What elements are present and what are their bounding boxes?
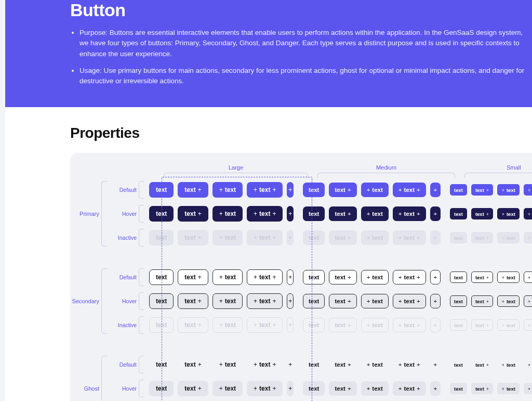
ghost-default-icon-text-button[interactable]: +text <box>212 357 243 372</box>
ghost-hover-text-button[interactable]: text <box>303 381 325 396</box>
primary-hover-text-icon-button[interactable]: text+ <box>329 206 356 221</box>
ghost-default-icon-text-button[interactable]: +text <box>361 357 389 372</box>
ghost-default-text-icon-button[interactable]: text+ <box>329 357 356 372</box>
secondary-hover-icon-text-button[interactable]: +text <box>497 295 519 307</box>
ghost-default-text-button[interactable]: text <box>149 357 174 372</box>
secondary-default-text-icon-button[interactable]: text+ <box>178 269 208 285</box>
ghost-default-text-icon-button[interactable]: text+ <box>471 359 493 370</box>
secondary-default-icon-text-button[interactable]: +text <box>361 270 389 284</box>
primary-inactive-icon-text-button[interactable]: +text <box>212 230 243 245</box>
secondary-inactive-icon-text-button[interactable]: +text <box>361 318 389 332</box>
secondary-inactive-text-icon-button[interactable]: text+ <box>471 319 493 331</box>
ghost-hover-icon-only-button[interactable]: + <box>430 381 441 396</box>
primary-hover-icon-text-icon-button[interactable]: +text+ <box>247 206 283 222</box>
primary-hover-icon-text-button[interactable]: +text <box>361 206 389 221</box>
secondary-default-icon-text-button[interactable]: +text <box>497 271 519 283</box>
secondary-hover-icon-text-icon-button[interactable]: +text+ <box>247 293 283 309</box>
secondary-hover-text-button[interactable]: text <box>450 295 467 307</box>
secondary-hover-icon-only-button[interactable]: + <box>287 293 294 309</box>
secondary-hover-text-icon-button[interactable]: text+ <box>471 295 493 307</box>
primary-inactive-text-button[interactable]: text <box>149 230 174 245</box>
secondary-inactive-icon-text-button[interactable]: +text <box>212 317 243 333</box>
primary-default-text-button[interactable]: text <box>303 183 325 197</box>
ghost-hover-text-icon-button[interactable]: text+ <box>329 381 356 396</box>
primary-hover-icon-text-icon-button[interactable]: +text+ <box>524 208 532 219</box>
primary-default-text-button[interactable]: text <box>450 184 467 196</box>
primary-hover-text-icon-button[interactable]: text+ <box>178 206 208 222</box>
secondary-default-text-icon-button[interactable]: text+ <box>471 271 493 283</box>
secondary-default-text-button[interactable]: text <box>149 269 174 285</box>
primary-default-text-button[interactable]: text <box>149 182 174 198</box>
secondary-default-text-button[interactable]: text <box>303 270 325 284</box>
ghost-default-text-icon-button[interactable]: text+ <box>178 357 208 372</box>
ghost-hover-text-button[interactable]: text <box>450 383 467 394</box>
primary-inactive-text-icon-button[interactable]: text+ <box>178 230 208 245</box>
ghost-hover-icon-text-button[interactable]: +text <box>361 381 389 396</box>
secondary-inactive-text-icon-button[interactable]: text+ <box>178 317 208 333</box>
primary-default-icon-text-icon-button[interactable]: +text+ <box>247 182 283 198</box>
ghost-default-icon-text-icon-button[interactable]: +text+ <box>247 357 283 372</box>
primary-default-icon-only-button[interactable]: + <box>430 183 441 197</box>
ghost-default-icon-text-icon-button[interactable]: +text+ <box>524 359 532 370</box>
primary-inactive-text-button[interactable]: text <box>303 230 325 245</box>
secondary-inactive-text-icon-button[interactable]: text+ <box>329 318 356 332</box>
primary-default-icon-text-button[interactable]: +text <box>361 183 389 197</box>
primary-hover-text-button[interactable]: text <box>149 206 174 222</box>
ghost-hover-text-icon-button[interactable]: text+ <box>471 383 493 394</box>
ghost-default-icon-text-icon-button[interactable]: +text+ <box>393 357 426 372</box>
primary-hover-icon-only-button[interactable]: + <box>287 206 294 222</box>
ghost-default-icon-only-button[interactable]: + <box>430 357 441 372</box>
primary-default-icon-text-button[interactable]: +text <box>497 184 519 196</box>
ghost-default-icon-only-button[interactable]: + <box>287 357 294 372</box>
primary-default-icon-text-icon-button[interactable]: +text+ <box>524 184 532 196</box>
ghost-default-icon-text-button[interactable]: +text <box>497 359 519 370</box>
ghost-hover-icon-text-button[interactable]: +text <box>497 383 519 394</box>
primary-inactive-icon-text-button[interactable]: +text <box>497 232 519 243</box>
primary-hover-icon-only-button[interactable]: + <box>430 206 441 221</box>
primary-inactive-icon-text-button[interactable]: +text <box>361 230 389 245</box>
secondary-default-text-button[interactable]: text <box>450 271 467 283</box>
secondary-default-icon-text-icon-button[interactable]: +text+ <box>393 270 426 284</box>
ghost-default-text-button[interactable]: text <box>450 359 467 370</box>
ghost-hover-icon-text-icon-button[interactable]: +text+ <box>247 381 283 396</box>
ghost-hover-icon-only-button[interactable]: + <box>287 381 294 396</box>
secondary-default-icon-text-icon-button[interactable]: +text+ <box>524 271 532 283</box>
secondary-inactive-icon-only-button[interactable]: + <box>287 317 294 333</box>
secondary-default-text-icon-button[interactable]: text+ <box>329 270 356 284</box>
primary-inactive-text-icon-button[interactable]: text+ <box>329 230 356 245</box>
secondary-inactive-icon-text-button[interactable]: +text <box>497 319 519 331</box>
primary-inactive-text-button[interactable]: text <box>450 232 467 243</box>
primary-hover-text-button[interactable]: text <box>303 206 325 221</box>
primary-inactive-icon-only-button[interactable]: + <box>430 230 441 245</box>
secondary-hover-text-icon-button[interactable]: text+ <box>178 293 208 309</box>
secondary-hover-text-icon-button[interactable]: text+ <box>329 294 356 308</box>
primary-hover-icon-text-button[interactable]: +text <box>497 208 519 219</box>
secondary-hover-icon-text-icon-button[interactable]: +text+ <box>524 295 532 307</box>
ghost-default-text-button[interactable]: text <box>303 357 325 372</box>
secondary-hover-icon-text-icon-button[interactable]: +text+ <box>393 294 426 308</box>
secondary-hover-icon-only-button[interactable]: + <box>430 294 441 308</box>
primary-default-icon-text-button[interactable]: +text <box>212 182 243 198</box>
primary-default-icon-only-button[interactable]: + <box>287 182 294 198</box>
secondary-hover-icon-text-button[interactable]: +text <box>212 293 243 309</box>
primary-hover-icon-text-button[interactable]: +text <box>212 206 243 222</box>
secondary-inactive-text-button[interactable]: text <box>303 318 325 332</box>
primary-inactive-text-icon-button[interactable]: text+ <box>471 232 493 243</box>
ghost-hover-icon-text-button[interactable]: +text <box>212 381 243 396</box>
primary-hover-text-button[interactable]: text <box>450 208 467 219</box>
primary-inactive-icon-text-icon-button[interactable]: +text+ <box>247 230 283 245</box>
ghost-hover-text-icon-button[interactable]: text+ <box>178 381 208 396</box>
secondary-default-icon-text-button[interactable]: +text <box>212 269 243 285</box>
primary-default-text-icon-button[interactable]: text+ <box>329 183 356 197</box>
secondary-inactive-icon-text-icon-button[interactable]: +text+ <box>247 317 283 333</box>
primary-hover-icon-text-icon-button[interactable]: +text+ <box>393 206 426 221</box>
secondary-hover-text-button[interactable]: text <box>303 294 325 308</box>
secondary-hover-text-button[interactable]: text <box>149 293 174 309</box>
secondary-inactive-text-button[interactable]: text <box>149 317 174 333</box>
primary-default-icon-text-icon-button[interactable]: +text+ <box>393 183 426 197</box>
primary-inactive-icon-only-button[interactable]: + <box>287 230 294 245</box>
secondary-inactive-text-button[interactable]: text <box>450 319 467 331</box>
primary-inactive-icon-text-icon-button[interactable]: +text+ <box>393 230 426 245</box>
primary-default-text-icon-button[interactable]: text+ <box>178 182 208 198</box>
secondary-inactive-icon-only-button[interactable]: + <box>430 318 441 332</box>
